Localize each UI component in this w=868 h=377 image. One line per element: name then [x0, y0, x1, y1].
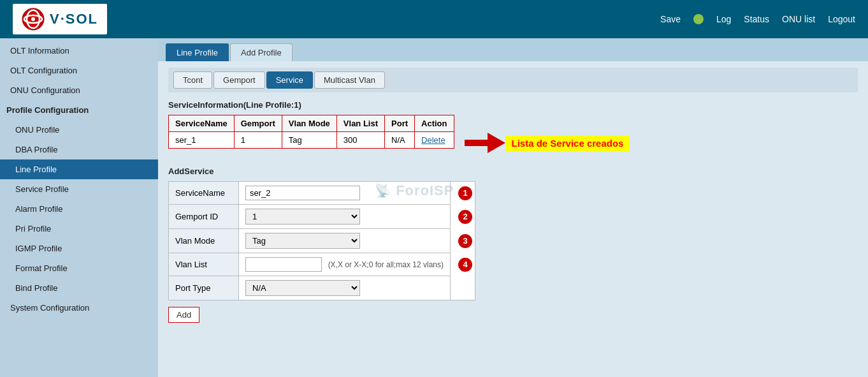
- col-action: Action: [415, 115, 454, 132]
- form-row-gemport-id: Gemport ID 1 2 3 4 2: [169, 205, 475, 229]
- cell-action: Delete: [415, 132, 454, 149]
- status-link[interactable]: Status: [744, 14, 769, 24]
- svg-point-3: [31, 17, 35, 21]
- col-gemport: Gemport: [234, 115, 282, 132]
- sidebar-item-service-profile[interactable]: Service Profile: [0, 179, 158, 199]
- label-gemport-id: Gemport ID: [169, 205, 239, 229]
- delete-link[interactable]: Delete: [421, 135, 445, 145]
- logo-text: V·SOL: [50, 11, 98, 27]
- step-badge-2: 2: [458, 210, 472, 224]
- sub-tabs-bar: Tcont Gemport Service Multicast Vlan: [168, 68, 858, 92]
- sidebar-item-system-config[interactable]: System Configuration: [0, 298, 158, 318]
- cell-vlan-list: 300: [336, 132, 384, 149]
- tab-add-profile[interactable]: Add Profile: [230, 43, 293, 61]
- service-name-input[interactable]: [245, 186, 360, 200]
- sidebar-item-olt-info[interactable]: OLT Information: [0, 41, 158, 61]
- sidebar-item-alarm-profile[interactable]: Alarm Profile: [0, 199, 158, 219]
- input-cell-vlan-mode: Tag Transparent Translation: [239, 229, 451, 253]
- logo-area: V·SOL: [13, 4, 107, 34]
- sidebar-item-line-profile[interactable]: Line Profile: [0, 159, 158, 179]
- logout-link[interactable]: Logout: [828, 14, 855, 24]
- col-service-name: ServiceName: [169, 115, 235, 132]
- sidebar-item-format-profile[interactable]: Format Profile: [0, 258, 158, 278]
- sidebar-item-olt-config[interactable]: OLT Configuration: [0, 61, 158, 80]
- vlan-list-input[interactable]: [245, 257, 322, 272]
- sidebar-item-profile-config: Profile Configuration: [0, 100, 158, 120]
- step-badge-4: 4: [458, 258, 472, 272]
- content-area: Tcont Gemport Service Multicast Vlan Ser…: [158, 61, 868, 329]
- sidebar-item-onu-profile[interactable]: ONU Profile: [0, 120, 158, 140]
- add-button[interactable]: Add: [168, 307, 199, 323]
- log-link[interactable]: Log: [716, 14, 731, 24]
- col-vlan-mode: Vlan Mode: [282, 115, 336, 132]
- form-row-service-name: ServiceName 1: [169, 182, 475, 205]
- cell-service-name: ser_1: [169, 132, 235, 149]
- table-annotation-area: ServiceName Gemport Vlan Mode Vlan List …: [168, 115, 858, 159]
- vlan-mode-select[interactable]: Tag Transparent Translation: [245, 233, 360, 249]
- vsol-logo-icon: [22, 8, 45, 31]
- add-service-form: ServiceName 1 Gemport ID 1: [168, 181, 475, 300]
- port-type-select[interactable]: N/A ETH POTS: [245, 280, 360, 296]
- col-vlan-list: Vlan List: [336, 115, 384, 132]
- top-tabs-bar: Line Profile Add Profile: [158, 38, 868, 61]
- arrow-container: [465, 133, 505, 153]
- col-port: Port: [385, 115, 415, 132]
- onu-list-link[interactable]: ONU list: [782, 14, 815, 24]
- tab-tcont[interactable]: Tcont: [173, 71, 212, 89]
- input-cell-service-name: [239, 182, 451, 205]
- input-cell-port-type: N/A ETH POTS: [239, 276, 451, 300]
- service-info-title: ServiceInformation(Line Profile:1): [168, 100, 858, 110]
- save-label: Save: [660, 14, 681, 24]
- add-service-title: AddService: [168, 166, 858, 176]
- arrow-shaft: [465, 140, 488, 146]
- main-content: Line Profile Add Profile Tcont Gemport S…: [158, 38, 868, 377]
- annotation-label: Lista de Service creados: [505, 135, 630, 151]
- sidebar-item-pri-profile[interactable]: Pri Profile: [0, 219, 158, 239]
- label-vlan-mode: Vlan Mode: [169, 229, 239, 253]
- label-service-name: ServiceName: [169, 182, 239, 205]
- annotation-block: Lista de Service creados: [465, 133, 630, 153]
- header-right: Save Log Status ONU list Logout: [660, 14, 855, 24]
- sidebar-item-onu-config[interactable]: ONU Configuration: [0, 80, 158, 100]
- status-dot-icon: [693, 14, 704, 24]
- step-badge-1: 1: [458, 186, 472, 200]
- form-row-vlan-list: Vlan List (X,X or X-X;0 for all;max 12 v…: [169, 253, 475, 276]
- label-vlan-list: Vlan List: [169, 253, 239, 276]
- arrow-head-icon: [488, 133, 505, 153]
- header: V·SOL Save Log Status ONU list Logout: [0, 0, 868, 38]
- label-port-type: Port Type: [169, 276, 239, 300]
- gemport-id-select[interactable]: 1 2 3 4: [245, 209, 360, 225]
- sidebar-item-igmp-profile[interactable]: IGMP Profile: [0, 239, 158, 258]
- vlan-list-hint: (X,X or X-X;0 for all;max 12 vlans): [328, 260, 444, 269]
- form-row-port-type: Port Type N/A ETH POTS: [169, 276, 475, 300]
- sidebar-item-dba-profile[interactable]: DBA Profile: [0, 140, 158, 159]
- sidebar: OLT Information OLT Configuration ONU Co…: [0, 38, 158, 377]
- input-cell-vlan-list: (X,X or X-X;0 for all;max 12 vlans): [239, 253, 451, 276]
- step-badge-3: 3: [458, 234, 472, 248]
- input-cell-gemport-id: 1 2 3 4: [239, 205, 451, 229]
- table-row: ser_1 1 Tag 300 N/A Delete: [169, 132, 454, 149]
- tab-service[interactable]: Service: [266, 71, 313, 89]
- cell-port: N/A: [385, 132, 415, 149]
- tab-line-profile[interactable]: Line Profile: [166, 43, 229, 61]
- layout: OLT Information OLT Configuration ONU Co…: [0, 38, 868, 377]
- sidebar-item-bind-profile[interactable]: Bind Profile: [0, 278, 158, 298]
- tab-multicast-vlan[interactable]: Multicast Vlan: [314, 71, 385, 89]
- cell-vlan-mode: Tag: [282, 132, 336, 149]
- service-table: ServiceName Gemport Vlan Mode Vlan List …: [168, 115, 454, 149]
- form-row-vlan-mode: Vlan Mode Tag Transparent Translation 3: [169, 229, 475, 253]
- tab-gemport[interactable]: Gemport: [213, 71, 265, 89]
- cell-gemport: 1: [234, 132, 282, 149]
